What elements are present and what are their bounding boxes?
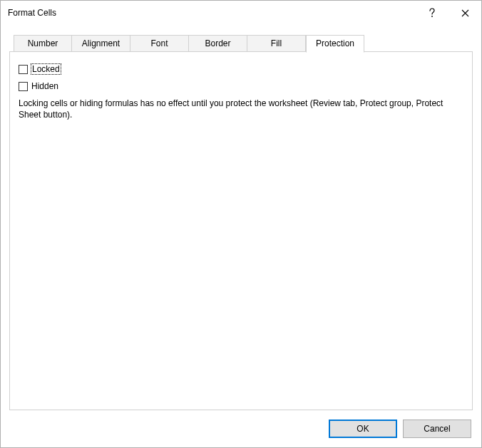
tab-number[interactable]: Number [14, 35, 72, 51]
protection-description: Locking cells or hiding formulas has no … [19, 98, 461, 120]
close-icon [461, 9, 469, 17]
help-button[interactable] [416, 1, 448, 25]
locked-row: Locked [19, 62, 463, 76]
tab-protection[interactable]: Protection [306, 35, 364, 53]
locked-label[interactable]: Locked [31, 64, 61, 74]
cancel-button[interactable]: Cancel [403, 420, 471, 438]
ok-button[interactable]: OK [329, 420, 397, 438]
locked-checkbox[interactable] [19, 65, 28, 74]
tab-alignment[interactable]: Alignment [72, 35, 130, 51]
hidden-checkbox[interactable] [19, 82, 28, 91]
svg-point-0 [431, 16, 433, 17]
titlebar: Format Cells [1, 1, 481, 25]
dialog-footer: OK Cancel [1, 410, 481, 447]
dialog-title: Format Cells [8, 8, 416, 18]
tab-content-protection: Locked Hidden Locking cells or hiding fo… [9, 52, 473, 410]
tab-font[interactable]: Font [130, 35, 189, 51]
format-cells-dialog: Format Cells Number Alignment Font Borde… [0, 0, 482, 448]
tab-border[interactable]: Border [189, 35, 247, 51]
tab-strip: Number Alignment Font Border Fill Protec… [9, 35, 473, 52]
close-button[interactable] [448, 1, 481, 25]
hidden-row: Hidden [19, 79, 463, 93]
help-icon [429, 8, 436, 18]
tab-fill[interactable]: Fill [247, 35, 306, 51]
hidden-label[interactable]: Hidden [31, 81, 58, 91]
